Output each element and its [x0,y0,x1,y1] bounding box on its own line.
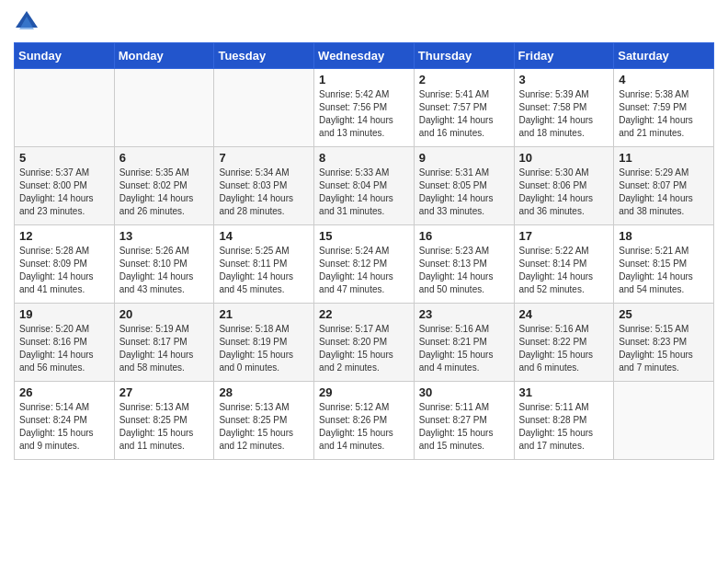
day-number: 12 [19,229,109,243]
calendar-day-cell: 20Sunrise: 5:19 AM Sunset: 8:17 PM Dayli… [114,304,214,382]
day-info: Sunrise: 5:13 AM Sunset: 8:25 PM Dayligh… [119,401,210,453]
calendar-day-cell: 5Sunrise: 5:37 AM Sunset: 8:00 PM Daylig… [15,147,115,225]
day-info: Sunrise: 5:41 AM Sunset: 7:57 PM Dayligh… [419,88,509,140]
day-info: Sunrise: 5:33 AM Sunset: 8:04 PM Dayligh… [319,167,409,218]
day-info: Sunrise: 5:30 AM Sunset: 8:06 PM Dayligh… [519,167,609,218]
day-number: 2 [419,73,509,86]
calendar-day-cell: 1Sunrise: 5:42 AM Sunset: 7:56 PM Daylig… [314,69,415,147]
calendar-day-cell: 28Sunrise: 5:13 AM Sunset: 8:25 PM Dayli… [214,382,314,460]
calendar-day-cell: 14Sunrise: 5:25 AM Sunset: 8:11 PM Dayli… [214,225,314,304]
calendar-day-cell [114,69,214,147]
day-of-week-header: Tuesday [214,43,314,69]
calendar-day-cell: 24Sunrise: 5:16 AM Sunset: 8:22 PM Dayli… [514,304,614,382]
day-number: 7 [219,151,309,165]
day-info: Sunrise: 5:17 AM Sunset: 8:20 PM Dayligh… [319,323,409,374]
calendar-day-cell: 23Sunrise: 5:16 AM Sunset: 8:21 PM Dayli… [414,304,514,382]
calendar-day-cell [214,69,314,147]
calendar-day-cell: 19Sunrise: 5:20 AM Sunset: 8:16 PM Dayli… [15,304,115,382]
day-of-week-header: Friday [514,43,614,69]
day-number: 20 [119,307,210,321]
day-number: 28 [219,385,309,399]
calendar-day-cell: 2Sunrise: 5:41 AM Sunset: 7:57 PM Daylig… [414,69,514,147]
calendar-day-cell [614,382,714,460]
calendar-day-cell: 8Sunrise: 5:33 AM Sunset: 8:04 PM Daylig… [314,147,415,225]
day-info: Sunrise: 5:38 AM Sunset: 7:59 PM Dayligh… [619,88,709,140]
day-number: 26 [19,385,109,399]
day-info: Sunrise: 5:20 AM Sunset: 8:16 PM Dayligh… [19,323,109,374]
day-number: 31 [519,385,609,399]
day-number: 10 [519,151,609,165]
calendar-day-cell: 21Sunrise: 5:18 AM Sunset: 8:19 PM Dayli… [214,304,314,382]
day-number: 23 [419,307,509,321]
calendar-day-cell: 10Sunrise: 5:30 AM Sunset: 8:06 PM Dayli… [514,147,614,225]
day-info: Sunrise: 5:11 AM Sunset: 8:27 PM Dayligh… [419,401,509,453]
day-info: Sunrise: 5:12 AM Sunset: 8:26 PM Dayligh… [319,401,409,453]
calendar-week-row: 19Sunrise: 5:20 AM Sunset: 8:16 PM Dayli… [15,304,714,382]
day-info: Sunrise: 5:13 AM Sunset: 8:25 PM Dayligh… [219,401,309,453]
day-number: 4 [619,73,709,86]
day-number: 5 [19,151,109,165]
day-info: Sunrise: 5:37 AM Sunset: 8:00 PM Dayligh… [19,167,109,218]
logo-icon [14,9,40,35]
day-of-week-header: Monday [114,43,214,69]
calendar-week-row: 5Sunrise: 5:37 AM Sunset: 8:00 PM Daylig… [15,147,714,225]
day-info: Sunrise: 5:28 AM Sunset: 8:09 PM Dayligh… [19,245,109,296]
calendar-day-cell: 31Sunrise: 5:11 AM Sunset: 8:28 PM Dayli… [514,382,614,460]
calendar-day-cell: 6Sunrise: 5:35 AM Sunset: 8:02 PM Daylig… [114,147,214,225]
day-info: Sunrise: 5:26 AM Sunset: 8:10 PM Dayligh… [119,245,210,296]
day-number: 6 [119,151,210,165]
page-header [14,9,714,35]
day-info: Sunrise: 5:24 AM Sunset: 8:12 PM Dayligh… [319,245,409,296]
day-number: 16 [419,229,509,243]
calendar-week-row: 12Sunrise: 5:28 AM Sunset: 8:09 PM Dayli… [15,225,714,304]
day-info: Sunrise: 5:21 AM Sunset: 8:15 PM Dayligh… [619,245,709,296]
calendar-day-cell: 22Sunrise: 5:17 AM Sunset: 8:20 PM Dayli… [314,304,415,382]
day-info: Sunrise: 5:29 AM Sunset: 8:07 PM Dayligh… [619,167,709,218]
day-number: 1 [319,73,409,86]
day-number: 15 [319,229,409,243]
calendar-header-row: SundayMondayTuesdayWednesdayThursdayFrid… [15,43,714,69]
calendar-day-cell: 29Sunrise: 5:12 AM Sunset: 8:26 PM Dayli… [314,382,415,460]
calendar-day-cell: 15Sunrise: 5:24 AM Sunset: 8:12 PM Dayli… [314,225,415,304]
calendar-day-cell: 3Sunrise: 5:39 AM Sunset: 7:58 PM Daylig… [514,69,614,147]
calendar-day-cell: 18Sunrise: 5:21 AM Sunset: 8:15 PM Dayli… [614,225,714,304]
day-of-week-header: Saturday [614,43,714,69]
day-number: 8 [319,151,409,165]
day-number: 11 [619,151,709,165]
day-info: Sunrise: 5:14 AM Sunset: 8:24 PM Dayligh… [19,401,109,453]
day-info: Sunrise: 5:35 AM Sunset: 8:02 PM Dayligh… [119,167,210,218]
calendar-day-cell: 25Sunrise: 5:15 AM Sunset: 8:23 PM Dayli… [614,304,714,382]
day-info: Sunrise: 5:22 AM Sunset: 8:14 PM Dayligh… [519,245,609,296]
day-number: 25 [619,307,709,321]
calendar-day-cell: 26Sunrise: 5:14 AM Sunset: 8:24 PM Dayli… [15,382,115,460]
day-number: 9 [419,151,509,165]
calendar-table: SundayMondayTuesdayWednesdayThursdayFrid… [14,42,714,460]
day-number: 30 [419,385,509,399]
calendar-week-row: 26Sunrise: 5:14 AM Sunset: 8:24 PM Dayli… [15,382,714,460]
day-info: Sunrise: 5:16 AM Sunset: 8:22 PM Dayligh… [519,323,609,374]
day-number: 21 [219,307,309,321]
day-info: Sunrise: 5:16 AM Sunset: 8:21 PM Dayligh… [419,323,509,374]
day-info: Sunrise: 5:19 AM Sunset: 8:17 PM Dayligh… [119,323,210,374]
day-info: Sunrise: 5:11 AM Sunset: 8:28 PM Dayligh… [519,401,609,453]
day-number: 29 [319,385,409,399]
day-info: Sunrise: 5:39 AM Sunset: 7:58 PM Dayligh… [519,88,609,140]
day-number: 18 [619,229,709,243]
calendar-day-cell: 9Sunrise: 5:31 AM Sunset: 8:05 PM Daylig… [414,147,514,225]
day-number: 3 [519,73,609,86]
calendar-week-row: 1Sunrise: 5:42 AM Sunset: 7:56 PM Daylig… [15,69,714,147]
calendar-day-cell: 27Sunrise: 5:13 AM Sunset: 8:25 PM Dayli… [114,382,214,460]
day-of-week-header: Sunday [15,43,115,69]
logo [14,9,43,35]
day-number: 13 [119,229,210,243]
calendar-day-cell: 13Sunrise: 5:26 AM Sunset: 8:10 PM Dayli… [114,225,214,304]
calendar-day-cell: 11Sunrise: 5:29 AM Sunset: 8:07 PM Dayli… [614,147,714,225]
day-number: 27 [119,385,210,399]
calendar-day-cell: 30Sunrise: 5:11 AM Sunset: 8:27 PM Dayli… [414,382,514,460]
day-info: Sunrise: 5:15 AM Sunset: 8:23 PM Dayligh… [619,323,709,374]
calendar-day-cell: 12Sunrise: 5:28 AM Sunset: 8:09 PM Dayli… [15,225,115,304]
day-number: 14 [219,229,309,243]
calendar-day-cell: 16Sunrise: 5:23 AM Sunset: 8:13 PM Dayli… [414,225,514,304]
day-number: 24 [519,307,609,321]
day-number: 19 [19,307,109,321]
